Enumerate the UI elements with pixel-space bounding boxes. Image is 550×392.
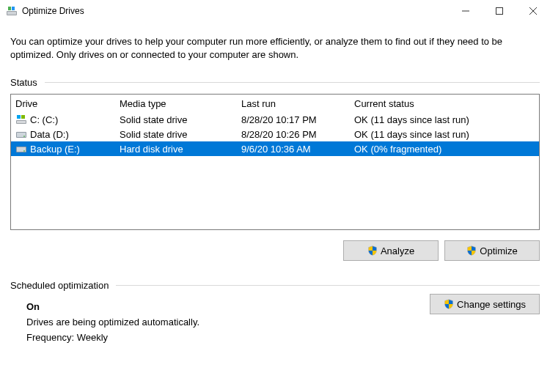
drive-current-status: OK (0% fragmented) <box>354 144 539 155</box>
column-header-drive[interactable]: Drive <box>15 98 120 109</box>
uac-shield-icon <box>466 245 477 256</box>
drive-current-status: OK (11 days since last run) <box>354 129 539 140</box>
optimize-drives-app-icon <box>6 5 18 17</box>
window-title: Optimize Drives <box>22 6 84 16</box>
column-header-status[interactable]: Current status <box>354 98 539 109</box>
scheduled-frequency: Frequency: Weekly <box>26 332 540 343</box>
change-settings-button[interactable]: Change settings <box>430 294 540 314</box>
optimize-button-label: Optimize <box>480 245 517 256</box>
drive-last-run: 8/28/20 10:17 PM <box>241 114 354 125</box>
title-bar: Optimize Drives <box>0 0 550 22</box>
drive-list[interactable]: Drive Media type Last run Current status… <box>10 94 540 230</box>
drive-row[interactable]: Data (D:)Solid state drive8/28/20 10:26 … <box>11 127 539 141</box>
maximize-button[interactable] <box>483 0 516 22</box>
scheduled-description: Drives are being optimized automatically… <box>26 317 540 328</box>
analyze-button-label: Analyze <box>381 245 414 256</box>
column-header-last[interactable]: Last run <box>241 98 354 109</box>
drive-icon <box>15 128 27 140</box>
svg-rect-9 <box>17 121 26 123</box>
uac-shield-icon <box>444 299 454 309</box>
svg-rect-1 <box>7 12 16 15</box>
status-group-header: Status <box>10 77 540 88</box>
drive-current-status: OK (11 days since last run) <box>354 114 539 125</box>
drive-icon <box>15 143 27 155</box>
close-button[interactable] <box>516 0 550 22</box>
svg-point-17 <box>23 150 25 152</box>
svg-rect-3 <box>12 7 15 10</box>
drive-media-type: Solid state drive <box>120 129 241 140</box>
minimize-button[interactable] <box>449 0 483 22</box>
scheduled-group-header: Scheduled optimization <box>10 280 540 291</box>
scheduled-section: On Drives are being optimized automatica… <box>10 297 540 343</box>
action-button-row: Analyze Optimize <box>10 240 540 261</box>
analyze-button[interactable]: Analyze <box>343 240 439 261</box>
status-label: Status <box>10 77 37 88</box>
svg-rect-5 <box>496 8 503 15</box>
svg-rect-10 <box>17 115 21 119</box>
column-header-media[interactable]: Media type <box>120 98 241 109</box>
svg-rect-11 <box>21 115 25 119</box>
uac-shield-icon <box>367 245 378 256</box>
svg-rect-2 <box>8 7 11 10</box>
drive-last-run: 8/28/20 10:26 PM <box>241 129 354 140</box>
drive-row[interactable]: C: (C:)Solid state drive8/28/20 10:17 PM… <box>11 112 539 127</box>
svg-point-14 <box>23 136 25 137</box>
drive-last-run: 9/6/20 10:36 AM <box>241 144 354 155</box>
drive-row[interactable]: Backup (E:)Hard disk drive9/6/20 10:36 A… <box>11 141 539 156</box>
column-headers[interactable]: Drive Media type Last run Current status <box>11 95 539 112</box>
intro-text: You can optimize your drives to help you… <box>10 35 540 61</box>
drive-name: Backup (E:) <box>30 144 80 155</box>
drive-media-type: Hard disk drive <box>120 144 241 155</box>
scheduled-heading: Scheduled optimization <box>10 280 109 291</box>
change-settings-button-label: Change settings <box>457 299 526 310</box>
drive-name: C: (C:) <box>30 114 58 125</box>
drive-icon <box>15 114 27 125</box>
drive-name: Data (D:) <box>30 129 69 140</box>
optimize-button[interactable]: Optimize <box>444 240 540 261</box>
drive-media-type: Solid state drive <box>120 114 241 125</box>
